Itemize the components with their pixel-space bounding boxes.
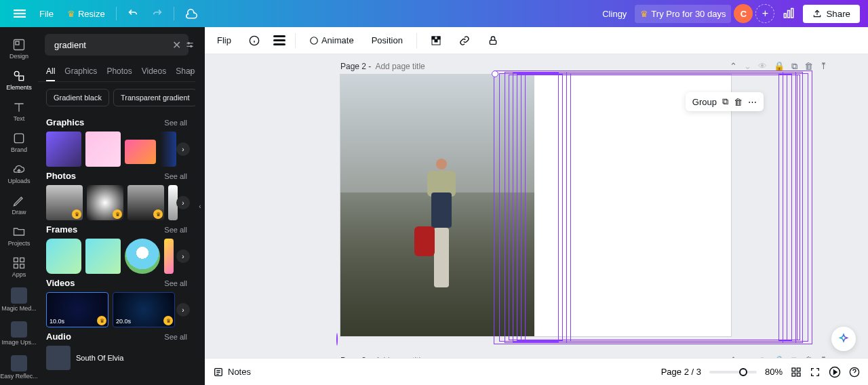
page-duplicate-button[interactable]: ⧉: [791, 61, 797, 72]
see-all-photos[interactable]: See all: [164, 172, 187, 180]
selection-handle[interactable]: [492, 70, 498, 77]
scroll-right-button[interactable]: ›: [176, 303, 190, 317]
menu-button[interactable]: [8, 3, 31, 24]
clear-search-button[interactable]: ✕: [172, 39, 181, 51]
scroll-right-button[interactable]: ›: [176, 196, 190, 209]
rail-text[interactable]: Text: [0, 96, 38, 126]
add-member-button[interactable]: +: [755, 4, 774, 23]
rail-uploads[interactable]: Uploads: [0, 159, 38, 188]
video-duration: 20.0s: [116, 318, 131, 325]
layers-button[interactable]: [273, 35, 285, 45]
rail-apps[interactable]: Apps: [0, 252, 38, 282]
chip-transparent-gradient[interactable]: Transparent gradient: [113, 89, 197, 106]
cloud-sync-button[interactable]: [180, 3, 203, 24]
collapse-panel-button[interactable]: ‹: [195, 27, 205, 385]
page-add-button[interactable]: ⤒: [820, 61, 827, 72]
scroll-right-button[interactable]: ›: [176, 142, 190, 156]
document-title-input[interactable]: [545, 9, 627, 19]
zoom-value[interactable]: 80%: [765, 367, 783, 377]
more-button[interactable]: ⋯: [748, 97, 757, 107]
rail-design[interactable]: Design: [0, 34, 38, 64]
lock-button[interactable]: [484, 33, 502, 49]
info-button[interactable]: [245, 33, 264, 49]
rail-projects[interactable]: Projects: [0, 221, 38, 251]
photo-thumb[interactable]: ♛: [46, 185, 83, 220]
flip-button[interactable]: Flip: [213, 33, 235, 48]
user-avatar[interactable]: C: [734, 4, 753, 23]
see-all-audio[interactable]: See all: [164, 333, 187, 341]
see-all-frames[interactable]: See all: [164, 226, 187, 234]
search-input[interactable]: [54, 40, 168, 50]
frame-thumb[interactable]: [164, 239, 174, 274]
graphic-thumb[interactable]: [46, 131, 81, 167]
see-all-videos[interactable]: See all: [164, 279, 187, 287]
present-button[interactable]: [829, 366, 841, 378]
zoom-slider[interactable]: [709, 371, 757, 373]
tab-videos[interactable]: Videos: [142, 62, 166, 81]
file-button[interactable]: File: [34, 5, 59, 23]
page-lock-button[interactable]: 🔒: [774, 61, 785, 72]
try-pro-button[interactable]: ♛ Try Pro for 30 days: [635, 5, 731, 23]
page-delete-button[interactable]: 🗑: [804, 61, 813, 72]
resize-button[interactable]: ♛ Resize: [62, 5, 111, 23]
photo-thumb[interactable]: ♛: [127, 185, 164, 220]
frame-thumb[interactable]: [125, 239, 160, 274]
chip-gradient-black[interactable]: Gradient black: [46, 89, 109, 106]
search-filter-button[interactable]: [185, 39, 195, 51]
assistant-fab[interactable]: [831, 327, 856, 351]
share-button[interactable]: Share: [803, 5, 860, 23]
tab-graphics[interactable]: Graphics: [64, 62, 97, 81]
position-button[interactable]: Position: [368, 33, 407, 48]
frame-thumb[interactable]: [85, 239, 121, 274]
grid-view-button[interactable]: [791, 367, 802, 378]
animate-button[interactable]: Animate: [305, 33, 358, 48]
rail-easy-reflect[interactable]: Easy Reflec...: [0, 351, 38, 384]
fullscreen-button[interactable]: [810, 367, 821, 378]
sparkle-icon: [837, 333, 850, 345]
svg-rect-4: [788, 11, 790, 18]
graphic-thumb[interactable]: [125, 140, 156, 164]
rail-brand[interactable]: Brand: [0, 127, 38, 157]
help-button[interactable]: [849, 367, 860, 378]
transparency-icon: [431, 35, 441, 46]
tab-photos[interactable]: Photos: [106, 62, 132, 81]
group-button[interactable]: Group: [692, 97, 717, 107]
undo-button[interactable]: [122, 4, 144, 23]
photo-thumb[interactable]: ♛: [87, 185, 123, 220]
insights-button[interactable]: [777, 3, 800, 24]
audio-item[interactable]: South Of Elvia: [46, 346, 187, 370]
frame-thumb[interactable]: [46, 239, 81, 274]
tab-all[interactable]: All: [46, 62, 55, 81]
tabs-more-button[interactable]: ›: [190, 66, 193, 76]
page-hide-button[interactable]: 👁: [758, 61, 767, 72]
rail-image-upscale[interactable]: Image Ups...: [0, 317, 38, 350]
transparency-button[interactable]: [427, 33, 446, 49]
search-field[interactable]: ✕: [45, 34, 189, 56]
rail-elements[interactable]: Elements: [0, 65, 38, 95]
page-up-button[interactable]: ⌃: [730, 61, 737, 72]
hiker-photo[interactable]: [340, 75, 534, 336]
notes-button[interactable]: Notes: [213, 367, 251, 378]
rail-magic-media[interactable]: Magic Med...: [0, 283, 38, 316]
page-hide-button[interactable]: 👁: [758, 355, 767, 358]
redo-button[interactable]: [146, 4, 168, 23]
duplicate-button[interactable]: ⧉: [722, 96, 728, 107]
play-icon: [829, 366, 841, 378]
video-thumb[interactable]: 20.0s♛: [113, 292, 175, 327]
see-all-graphics[interactable]: See all: [164, 119, 187, 127]
graphic-thumb[interactable]: [85, 131, 121, 167]
svg-rect-29: [797, 373, 800, 376]
graphic-thumb[interactable]: [160, 131, 176, 167]
page-down-button[interactable]: ⌄: [744, 355, 751, 358]
page-down-button[interactable]: ⌄: [744, 61, 751, 72]
rail-draw[interactable]: Draw: [0, 190, 38, 220]
page-counter[interactable]: Page 2 / 3: [661, 367, 701, 377]
video-thumb[interactable]: 10.0s♛: [46, 292, 108, 327]
scroll-right-button[interactable]: ›: [176, 249, 190, 263]
selection-handle-corner[interactable]: [336, 333, 338, 346]
delete-button[interactable]: 🗑: [734, 97, 743, 107]
page-title-input[interactable]: [375, 62, 470, 71]
page-2-canvas[interactable]: Group ⧉ 🗑 ⋯: [340, 75, 731, 336]
link-button[interactable]: [455, 33, 474, 49]
grid-icon: [12, 256, 26, 270]
